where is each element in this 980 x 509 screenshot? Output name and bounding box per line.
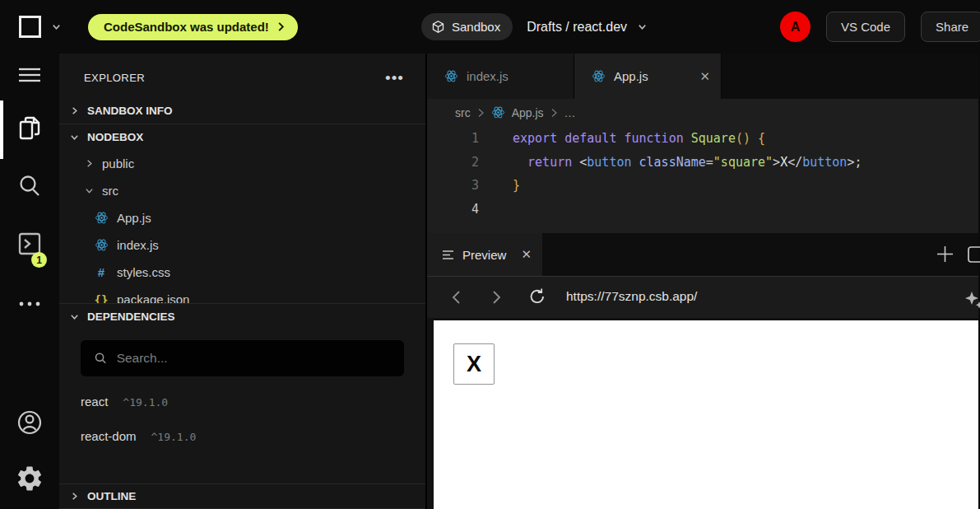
preview-tab[interactable]: Preview ✕ [427,233,542,276]
terminal-badge: 1 [31,252,47,268]
breadcrumb-segment[interactable]: App.js [512,106,544,119]
workspace-chevron-down-icon[interactable] [51,21,62,32]
avatar[interactable]: A [780,12,810,42]
add-preview-tab-icon[interactable] [936,245,954,267]
sandbox-badge-label: Sandbox [452,20,500,34]
section-label: DEPENDENCIES [87,311,175,323]
line-number: 4 [427,198,479,222]
avatar-letter: A [791,20,801,35]
tree-item-label: package.json [117,292,189,303]
tab-label: index.js [467,69,509,83]
layout-icon[interactable] [967,245,980,267]
square-button[interactable]: X [453,343,495,385]
line-number: 1 [427,127,479,151]
update-banner[interactable]: CodeSandbox was updated! [88,14,298,40]
react-icon [491,105,505,119]
dependency-search [81,340,404,376]
dependency-name: react-dom [81,429,137,443]
preview-viewport: X [427,318,978,509]
search-icon [94,351,108,366]
section-dependencies[interactable]: DEPENDENCIES [59,303,425,329]
react-icon [95,238,109,252]
code-editor[interactable]: 1export default function Square() {2 ret… [427,126,978,233]
tab-close-icon[interactable]: ✕ [699,69,710,84]
dependency-name: react [81,395,108,409]
forward-icon[interactable] [488,288,504,306]
section-outline[interactable]: OUTLINE [59,483,425,509]
explorer-menu-dots-icon[interactable]: ••• [385,74,404,82]
top-bar: CodeSandbox was updated! Sandbox Drafts … [0,0,980,54]
tree-item-public[interactable]: public [59,150,425,177]
chevron-down-icon [70,133,79,142]
preview-url-bar: https://77sznp.csb.app/ [427,276,978,318]
preview-tab-label: Preview [462,248,506,262]
search-rail-icon[interactable] [0,170,59,202]
back-icon[interactable] [448,288,465,306]
code-line-3[interactable]: 3} [427,174,978,198]
settings-gear-icon[interactable] [0,464,59,493]
codesandbox-logo-icon[interactable] [19,16,41,38]
code-text: } [513,174,520,198]
tree-item-src[interactable]: src [59,177,425,204]
section-label: NODEBOX [87,131,143,143]
editor-breadcrumb[interactable]: srcApp.js… [427,99,978,126]
dependency-search-input[interactable] [117,351,391,366]
breadcrumb-chevron-icon [477,108,485,118]
explorer-panel: EXPLORER ••• SANDBOX INFO NODEBOX public… [59,54,427,509]
terminal-rail-icon[interactable]: 1 [0,228,59,259]
file-tree: publicsrcApp.jsindex.js#styles.css{}pack… [59,150,425,303]
editor-tab-index-js[interactable]: index.js [427,54,574,99]
preview-url[interactable]: https://77sznp.csb.app/ [566,289,697,304]
banner-chevron-right-icon [277,21,285,32]
code-line-2[interactable]: 2 return <button className="square">X</b… [427,151,978,175]
tree-item-label: src [102,184,118,198]
dependency-row-react[interactable]: react^19.1.0 [59,395,425,429]
section-nodebox[interactable]: NODEBOX [59,124,425,150]
line-number: 2 [427,151,479,175]
activity-rail: 1 [0,54,59,509]
code-line-4[interactable]: 4 [427,198,978,222]
code-line-1[interactable]: 1export default function Square() { [427,127,978,151]
tree-item-label: styles.css [117,265,170,279]
preview-close-icon[interactable]: ✕ [521,247,532,262]
account-icon[interactable] [0,406,59,439]
tab-label: App.js [614,69,648,83]
json-icon: {} [94,293,109,304]
editor-tab-bar: index.jsApp.js✕ [427,54,978,99]
tree-item-index-js[interactable]: index.js [59,231,425,259]
code-text: return <button className="square">X</but… [513,151,862,175]
cube-icon [431,20,445,34]
vscode-button[interactable]: VS Code [826,12,905,42]
tree-item-styles-css[interactable]: #styles.css [59,259,425,286]
explorer-files-icon[interactable] [0,113,59,144]
dependency-version: ^19.1.0 [123,396,168,409]
section-label: OUTLINE [87,490,136,502]
section-label: SANDBOX INFO [87,105,173,117]
editor-tab-App-js[interactable]: App.js✕ [574,54,722,99]
sparkles-icon[interactable] [964,290,980,315]
share-button[interactable]: Share [921,12,980,42]
line-number: 3 [427,174,479,198]
breadcrumb-segment[interactable]: src [455,106,471,119]
tree-item-label: index.js [117,238,159,252]
section-sandbox-info[interactable]: SANDBOX INFO [59,97,425,124]
list-icon [442,250,454,260]
react-icon [592,69,606,83]
tree-item-label: public [102,156,134,170]
tree-item-package-json[interactable]: {}package.json [59,286,425,303]
project-chevron-down-icon[interactable] [637,21,648,32]
refresh-icon[interactable] [527,287,547,306]
tree-item-label: App.js [117,211,151,225]
code-text: export default function Square() { [513,127,765,151]
chevron-right-icon [85,159,94,168]
project-breadcrumb[interactable]: Drafts / react.dev [527,20,627,35]
menu-hamburger-icon[interactable] [0,66,59,84]
tree-item-App-js[interactable]: App.js [59,204,425,231]
breadcrumb-segment[interactable]: … [564,106,576,119]
dependency-row-react-dom[interactable]: react-dom^19.1.0 [59,429,425,464]
explorer-title: EXPLORER [84,72,145,84]
more-dots-icon[interactable] [0,301,59,307]
preview-tab-bar: Preview ✕ [427,233,978,276]
chevron-right-icon [70,492,79,501]
sandbox-type-badge[interactable]: Sandbox [421,13,513,40]
